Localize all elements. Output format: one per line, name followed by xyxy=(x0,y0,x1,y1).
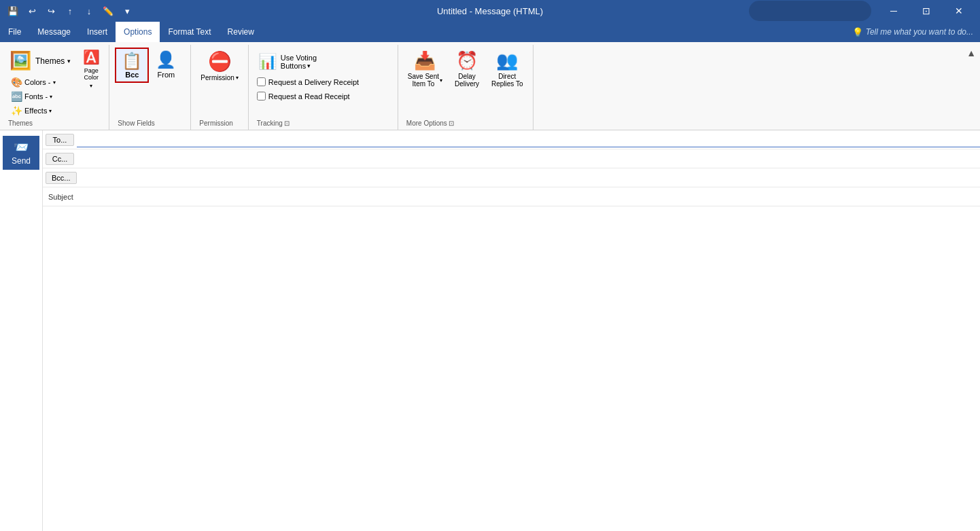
page-color-dropdown: ▾ xyxy=(90,83,92,89)
cc-row: Cc... xyxy=(43,149,980,168)
send-icon: 📨 xyxy=(14,140,29,155)
voting-label: Use Voting xyxy=(281,54,317,62)
to-row: To... xyxy=(43,130,980,149)
from-label: From xyxy=(158,71,175,79)
save-quick-btn[interactable]: 💾 xyxy=(5,3,20,18)
tracking-expand-icon[interactable]: ⊡ xyxy=(284,120,290,127)
ribbon-tracking-group: 📊 Use Voting Buttons ▾ Request a Deliver… xyxy=(249,45,398,130)
menu-bar: File Message Insert Options Format Text … xyxy=(0,22,980,42)
read-receipt-checkbox-row[interactable]: Request a Read Receipt xyxy=(254,90,353,102)
colors-btn[interactable]: 🎨 Colors - ▾ xyxy=(8,75,75,89)
cc-input[interactable] xyxy=(77,151,980,166)
menu-review[interactable]: Review xyxy=(220,22,262,42)
subject-row: Subject xyxy=(43,187,980,206)
ribbon-themes-group: 🖼️ Themes ▾ 🎨 Colors - ▾ 🔤 Fonts - ▾ xyxy=(0,45,109,130)
tracking-content: 📊 Use Voting Buttons ▾ Request a Deliver… xyxy=(254,45,377,117)
undo-btn[interactable]: ↩ xyxy=(24,3,39,18)
title-bar-left: 💾 ↩ ↪ ↑ ↓ ✏️ ▾ xyxy=(5,3,135,18)
send-column: 📨 Send xyxy=(0,130,43,531)
down-btn[interactable]: ↓ xyxy=(82,3,97,18)
from-icon: 👤 xyxy=(156,50,176,69)
delivery-receipt-checkbox[interactable] xyxy=(257,77,266,86)
permission-btn[interactable]: ⛔ Permission ▾ xyxy=(196,48,242,84)
delivery-receipt-checkbox-row[interactable]: Request a Delivery Receipt xyxy=(254,76,362,88)
read-receipt-label: Request a Read Receipt xyxy=(268,92,350,100)
bcc-btn[interactable]: Bcc... xyxy=(46,172,77,184)
bcc-icon: 📋 xyxy=(122,52,142,71)
window-controls: ─ ⊡ ✕ xyxy=(749,0,975,22)
delivery-receipt-label: Request a Delivery Receipt xyxy=(268,78,359,86)
permission-dropdown-icon: ▾ xyxy=(236,75,239,81)
fonts-dropdown: ▾ xyxy=(50,94,52,100)
bcc-ribbon-btn[interactable]: 📋 Bcc xyxy=(115,48,149,83)
email-body[interactable] xyxy=(43,206,980,531)
to-input[interactable] xyxy=(77,132,980,147)
colors-label: Colors - xyxy=(24,78,51,86)
compose-area: To... Cc... Bcc... Subject xyxy=(43,130,980,531)
minimize-btn[interactable]: ─ xyxy=(878,0,909,22)
fonts-icon: 🔤 xyxy=(11,91,22,102)
ribbon-more-options-group: 📥 Save SentItem To ▾ ⏰ DelayDelivery 👥 D… xyxy=(398,45,533,130)
bcc-input[interactable] xyxy=(80,170,980,185)
tell-me-bar: 💡 Tell me what you want to do... xyxy=(845,22,980,42)
ribbon: 🖼️ Themes ▾ 🎨 Colors - ▾ 🔤 Fonts - ▾ xyxy=(0,42,980,130)
more-options-expand-icon[interactable]: ⊡ xyxy=(449,120,454,127)
bcc-row: Bcc... xyxy=(43,168,980,187)
effects-icon: ✨ xyxy=(11,105,22,116)
more-options-group-label: More Options ⊡ xyxy=(404,117,457,130)
subject-input[interactable] xyxy=(80,189,980,204)
permission-label: Permission ▾ xyxy=(200,74,238,81)
delay-label: DelayDelivery xyxy=(455,73,479,88)
themes-content: 🖼️ Themes ▾ 🎨 Colors - ▾ 🔤 Fonts - ▾ xyxy=(5,45,103,117)
bcc-label: Bcc xyxy=(125,71,139,79)
voting-label2: Buttons ▾ xyxy=(281,62,317,70)
up-btn[interactable]: ↑ xyxy=(63,3,77,18)
fonts-btn[interactable]: 🔤 Fonts - ▾ xyxy=(8,90,75,103)
read-receipt-checkbox[interactable] xyxy=(257,92,266,100)
menu-format-text[interactable]: Format Text xyxy=(160,22,219,42)
save-sent-label: Save SentItem To ▾ xyxy=(408,73,442,88)
delay-delivery-btn[interactable]: ⏰ DelayDelivery xyxy=(449,48,485,90)
save-sent-btn[interactable]: 📥 Save SentItem To ▾ xyxy=(404,48,447,90)
redo-btn[interactable]: ↪ xyxy=(43,3,58,18)
direct-icon: 👥 xyxy=(496,50,518,71)
save-sent-dropdown: ▾ xyxy=(440,77,442,84)
menu-message[interactable]: Message xyxy=(29,22,79,42)
subject-label: Subject xyxy=(43,193,80,201)
show-fields-content: 📋 Bcc 👤 From xyxy=(115,45,180,117)
direct-replies-btn[interactable]: 👥 DirectReplies To xyxy=(487,48,527,90)
themes-dropdown-icon: ▾ xyxy=(67,58,71,65)
window-title: Untitled - Message (HTML) xyxy=(437,6,543,16)
more-btn[interactable]: ▾ xyxy=(120,3,135,18)
effects-label: Effects xyxy=(24,107,47,115)
delay-icon: ⏰ xyxy=(456,50,478,71)
close-btn[interactable]: ✕ xyxy=(943,0,975,22)
page-color-icon: 🅰️ xyxy=(83,49,100,65)
page-color-btn[interactable]: 🅰️ PageColor ▾ xyxy=(79,48,103,90)
themes-label: Themes xyxy=(35,56,65,66)
save-sent-icon: 📥 xyxy=(414,50,436,71)
menu-file[interactable]: File xyxy=(0,22,29,42)
tell-me-text[interactable]: Tell me what you want to do... xyxy=(866,27,973,37)
themes-group-label: Themes xyxy=(5,117,35,130)
restore-btn[interactable]: ⊡ xyxy=(911,0,942,22)
themes-btn[interactable]: 🖼️ Themes ▾ xyxy=(5,48,75,74)
title-bar: 💾 ↩ ↪ ↑ ↓ ✏️ ▾ Untitled - Message (HTML)… xyxy=(0,0,980,22)
direct-label: DirectReplies To xyxy=(491,73,523,88)
use-voting-btn[interactable]: 📊 Use Voting Buttons ▾ xyxy=(254,50,377,73)
send-btn[interactable]: 📨 Send xyxy=(3,136,39,170)
menu-insert[interactable]: Insert xyxy=(79,22,116,42)
colors-icon: 🎨 xyxy=(11,77,22,88)
ribbon-permission-group: ⛔ Permission ▾ Permission xyxy=(191,45,248,130)
effects-dropdown: ▾ xyxy=(49,108,52,114)
from-ribbon-btn[interactable]: 👤 From xyxy=(152,48,180,81)
tracking-group-label: Tracking ⊡ xyxy=(254,117,292,130)
to-btn[interactable]: To... xyxy=(46,134,74,146)
customize-btn[interactable]: ✏️ xyxy=(101,3,116,18)
cc-btn[interactable]: Cc... xyxy=(46,153,74,165)
effects-btn[interactable]: ✨ Effects ▾ xyxy=(8,104,75,117)
permission-icon: ⛔ xyxy=(208,50,232,73)
ribbon-collapse-btn[interactable]: ▲ xyxy=(966,48,976,58)
fonts-label: Fonts - xyxy=(24,92,48,100)
menu-options[interactable]: Options xyxy=(116,22,160,42)
